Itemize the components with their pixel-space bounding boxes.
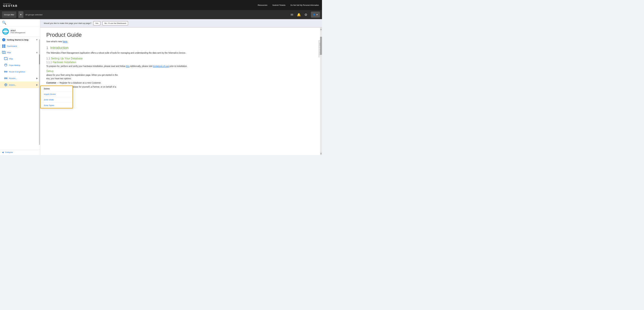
startup-yes-button[interactable]: Yes [93,21,100,25]
mail-icon[interactable]: ✉ [291,13,293,17]
sidebar: 🔍 AT&T Fleet Management ? Getting [0,19,40,155]
sidebar-scrollbar[interactable] [39,39,40,145]
svg-rect-10 [4,46,5,48]
section-1-1-heading: 1.1 Setting Up Your Database [46,57,314,60]
sidebar-item-trips-history[interactable]: Trips History [0,62,40,68]
here-link[interactable]: here [63,40,67,43]
map-section-label: Map [7,51,34,54]
routes-label: Routes... [9,77,35,80]
svg-point-23 [6,78,7,79]
map-sub-label: Map [9,58,38,60]
routes-arrow: ▶ [36,77,38,80]
scrollbar-thumb [320,37,322,55]
startup-question: Would you like to make this page your st… [44,22,91,24]
sidebar-search-row: 🔍 [0,19,40,26]
sidebar-scroll-thumb [39,54,40,64]
content-area: Would you like to make this page your st… [40,19,322,155]
product-guide-title: Product Guide [46,32,314,38]
startup-no-button[interactable]: No, I'll use the Dashboard [102,21,128,25]
sidebar-item-route-completion[interactable]: Route Completion [0,68,40,75]
filter-bar: Groups filter ▼ All groups selected ✉ 🔔 … [0,10,322,19]
groups-filter-dropdown-arrow[interactable]: ▼ [18,11,23,18]
all-groups-text: All groups selected [25,14,43,16]
scroll-down-arrow[interactable]: ▼ [320,152,322,155]
filter-bar-icons: ✉ 🔔 ⚙ 👤 ▼ [291,12,320,18]
top-bar: Powered by GEOTAB Resources Submit Ticke… [0,0,322,10]
user-menu-button[interactable]: 👤 ▼ [311,12,320,18]
limitations-link[interactable]: limitations of use [153,65,169,67]
zones-dropdown-item-import[interactable]: Import Zones [41,92,72,97]
svg-rect-8 [4,45,5,46]
att-logo [2,28,9,35]
svg-point-22 [4,78,5,79]
sidebar-item-map-sub[interactable]: Map [0,55,40,62]
sidebar-item-dashboard[interactable]: Dashboard [0,43,40,49]
section-1-heading: 1 Introduction [46,46,314,50]
zones-dropdown-item-zones[interactable]: Zones [41,86,72,92]
groups-filter-label: Groups filter [4,14,14,16]
trips-icon [4,63,8,67]
route-completion-icon [4,70,8,73]
do-not-sell-link[interactable]: Do Not Sell My Personal Information [291,4,319,6]
map-chevron: ▲ [36,51,38,54]
brand-name: AT&T Fleet Management [11,29,25,33]
groups-filter-button[interactable]: Groups filter [2,11,16,18]
svg-point-0 [2,28,9,35]
user-icon: 👤 [313,14,315,16]
section-1-1-1-text: To prepare for, perform and verify your … [46,65,314,68]
trips-history-label: Trips History [9,64,38,66]
map-icon [2,51,6,54]
zones-dropdown-menu: Zones Import Zones Zone Visits Zone Type… [40,86,73,108]
sidebar-item-getting-started[interactable]: ? Getting Started & Help ▼ [0,37,40,43]
section-1-text: The Telematics Fleet Management Applicat… [46,51,314,55]
setup-partner-text: er — Register for a new database for you… [46,85,314,89]
top-nav: Resources Submit Tickets Do Not Sell My … [258,4,319,6]
scrollbar-track [320,31,322,152]
dashboard-icon [2,44,6,48]
sidebar-item-zones[interactable]: Zones... ▶ [0,82,40,88]
collapse-icon: ◀ [2,151,4,153]
main-layout: 🔍 AT&T Fleet Management ? Getting [0,19,322,155]
svg-point-25 [5,84,6,85]
bell-icon[interactable]: 🔔 [297,13,301,17]
submit-tickets-link[interactable]: Submit Tickets [272,4,286,6]
gear-icon[interactable]: ⚙ [304,13,307,17]
content-scroll[interactable]: Product Guide See what’s new here. 1 Int… [40,28,320,155]
help-icon: ? [2,38,6,42]
zones-dropdown-item-visits[interactable]: Zone Visits [41,97,72,103]
sidebar-item-routes[interactable]: Routes... ▶ [0,75,40,82]
powered-by-text: Powered by GEOTAB [3,3,18,7]
zones-dropdown-item-types[interactable]: Zone Types [41,103,72,108]
setup-heading: Setup [46,69,314,72]
search-icon[interactable]: 🔍 [2,21,6,25]
content-scrollbar[interactable]: ▲ ▼ [320,28,322,155]
setup-text-1: abase for your fleet using the registrat… [46,73,314,80]
svg-marker-14 [4,57,7,60]
collapse-label: Collapse [5,151,13,153]
svg-rect-7 [2,45,4,46]
sidebar-item-map-header[interactable]: Map ▲ [0,49,40,55]
setup-customer-text: Customer — Register for a database as a … [46,81,314,85]
scroll-up-arrow[interactable]: ▲ [320,28,322,31]
user-dropdown-arrow: ▼ [316,14,318,16]
routes-icon [4,76,8,80]
map-sub-icon [4,57,8,60]
zones-icon [4,83,8,87]
getting-started-label: Getting Started & Help [7,39,34,41]
section-1-1-1-heading: 1.1.1 Hardware Installation [46,61,314,64]
svg-text:?: ? [3,39,4,41]
svg-rect-9 [2,46,4,48]
resources-link[interactable]: Resources [258,4,267,6]
dashboard-label: Dashboard [7,45,38,47]
this-link[interactable]: this [126,65,129,67]
see-whats-new-text: See what’s new here. [46,40,314,43]
svg-point-18 [4,71,5,72]
getting-started-chevron: ▼ [36,38,38,41]
route-completion-label: Route Completion [9,71,38,73]
startup-banner: Would you like to make this page your st… [40,19,322,28]
svg-point-19 [6,71,7,72]
brand-section: AT&T Fleet Management [0,26,40,37]
zones-arrow: ▶ [36,84,38,86]
zones-label: Zones... [9,84,35,86]
sidebar-collapse-button[interactable]: ◀ Collapse [0,149,40,155]
